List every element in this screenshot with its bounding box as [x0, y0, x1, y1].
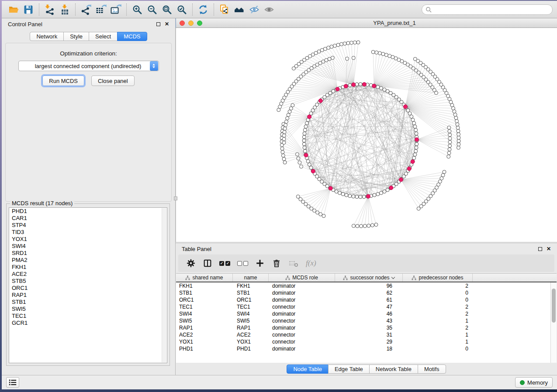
import-network-icon[interactable] [42, 3, 57, 17]
import-table-icon[interactable] [57, 3, 72, 17]
table-panel-header: Table Panel ✕ [176, 244, 557, 254]
search-input[interactable] [434, 7, 549, 13]
mcds-result-item[interactable]: RAP1 [9, 292, 167, 299]
zoom-in-icon[interactable] [130, 3, 145, 17]
column-header-name[interactable]: name [233, 274, 269, 282]
status-bar: Memory [2, 375, 557, 389]
main-toolbar [2, 1, 557, 18]
delete-table-icon [288, 258, 299, 268]
close-table-panel-icon[interactable]: ✕ [547, 246, 551, 251]
tab-node-table[interactable]: Node Table [287, 364, 329, 374]
network-view-window: YPA_prune.txt_1 [176, 18, 557, 244]
tab-style[interactable]: Style [63, 32, 89, 41]
tab-motifs[interactable]: Motifs [418, 364, 446, 374]
mcds-result-item[interactable]: PMA2 [9, 257, 167, 264]
mcds-result-item[interactable]: ACE2 [9, 271, 167, 278]
mcds-result-item[interactable]: SWI5 [9, 306, 167, 313]
export-image-icon[interactable] [108, 3, 123, 17]
close-panel-icon[interactable]: ✕ [165, 21, 169, 27]
control-panel: Control Panel ✕ NetworkStyleSelectMCDS O… [2, 18, 176, 375]
export-table-icon[interactable] [93, 3, 108, 17]
mcds-result-item[interactable]: YOX1 [9, 236, 167, 243]
task-history-button[interactable] [6, 377, 19, 388]
mcds-result-item[interactable]: STP4 [9, 222, 167, 229]
mcds-result-item[interactable]: PHD1 [9, 208, 167, 215]
float-panel-icon[interactable] [156, 22, 160, 26]
table-row[interactable]: SWI5SWI5connector431 [176, 317, 550, 324]
mcds-result-item[interactable]: ORC1 [9, 285, 167, 292]
show-hidden-icon[interactable] [262, 3, 277, 17]
table-row[interactable]: TEC1TEC1connector472 [176, 303, 550, 310]
control-panel-title: Control Panel [8, 21, 42, 28]
column-namespace-icon [343, 275, 348, 280]
first-neighbors-icon[interactable] [232, 3, 247, 17]
column-header-successor-nodes[interactable]: successor nodes [335, 274, 403, 282]
select-stepper-icon [150, 61, 158, 71]
network-window-title: YPA_prune.txt_1 [176, 20, 557, 26]
delete-column-icon[interactable] [272, 258, 281, 268]
add-column-icon[interactable] [255, 258, 265, 268]
column-header-mcds-role[interactable]: MCDS role [269, 274, 335, 282]
criterion-selected-value: largest connected component (undirected) [19, 63, 150, 69]
mcds-result-item[interactable]: SRD1 [9, 250, 167, 257]
close-panel-button[interactable]: Close panel [91, 76, 135, 86]
mcds-result-item[interactable]: STB5 [9, 278, 167, 285]
memory-status-icon [520, 380, 525, 385]
table-panel-title: Table Panel [182, 246, 211, 252]
table-header-row: shared name name MCDS role successor nod… [176, 274, 557, 282]
mcds-result-item[interactable]: CAR1 [9, 215, 167, 222]
mcds-result-item[interactable]: TID3 [9, 229, 167, 236]
refresh-icon[interactable] [196, 3, 211, 17]
zoom-out-icon[interactable] [145, 3, 159, 17]
mcds-result-item[interactable]: SWI4 [9, 243, 167, 250]
criterion-select[interactable]: largest connected component (undirected) [18, 61, 159, 71]
select-all-icon[interactable]: ✓✓ [219, 261, 230, 266]
column-header-predecessor-nodes[interactable]: predecessor nodes [403, 274, 473, 282]
export-network-icon[interactable] [79, 3, 93, 17]
float-table-panel-icon[interactable] [538, 247, 542, 251]
control-panel-header: Control Panel ✕ [2, 18, 175, 30]
tab-network[interactable]: Network [30, 32, 64, 41]
mcds-result-item[interactable]: STB1 [9, 299, 167, 306]
search-field[interactable] [422, 4, 553, 15]
network-graph [176, 28, 554, 242]
open-folder-icon[interactable] [6, 3, 21, 17]
mcds-result-list: PHD1CAR1STP4TID3YOX1SWI4SRD1PMA2FKH1ACE2… [9, 207, 167, 363]
table-row[interactable]: STB1STB1dominator620 [176, 289, 550, 296]
hide-selected-icon[interactable] [247, 3, 262, 17]
column-panel-icon[interactable] [203, 258, 212, 268]
search-icon [426, 7, 432, 13]
panel-splitter-handle[interactable] [174, 196, 177, 200]
tab-select[interactable]: Select [89, 32, 118, 41]
table-row[interactable]: YOX1YOX1connector291 [176, 338, 550, 345]
tab-network-table[interactable]: Network Table [369, 364, 418, 374]
save-icon[interactable] [21, 3, 36, 17]
zoom-fit-icon[interactable] [159, 3, 174, 17]
zoom-selected-icon[interactable] [174, 3, 189, 17]
memory-button[interactable]: Memory [515, 377, 553, 388]
table-row[interactable]: PHD1PHD1dominator180 [176, 345, 550, 352]
new-network-from-selection-icon[interactable] [217, 3, 232, 17]
mcds-result-item[interactable]: GCR1 [9, 320, 167, 327]
tab-edge-table[interactable]: Edge Table [328, 364, 370, 374]
table-row[interactable]: FKH1FKH1dominator962 [176, 282, 550, 289]
toolbar-separator [214, 3, 214, 16]
column-namespace-icon [412, 275, 416, 280]
run-mcds-button[interactable]: Run MCDS [42, 76, 84, 86]
column-header-shared-name[interactable]: shared name [176, 274, 233, 282]
mcds-result-item[interactable]: TEC1 [9, 313, 167, 320]
deselect-all-icon[interactable] [237, 261, 248, 266]
network-canvas[interactable] [176, 28, 557, 242]
node-table: shared name name MCDS role successor nod… [176, 273, 557, 363]
table-row[interactable]: RAP1RAP1dominator352 [176, 324, 550, 331]
mcds-result-item[interactable]: FKH1 [9, 264, 167, 271]
gear-icon[interactable] [186, 258, 196, 268]
table-scrollbar-thumb[interactable] [552, 289, 556, 323]
table-scrollbar[interactable] [550, 282, 557, 363]
table-row[interactable]: SWI4SWI4dominator462 [176, 310, 550, 317]
column-header-filler [473, 274, 557, 282]
mcds-list-scrollbar[interactable] [162, 208, 166, 362]
table-row[interactable]: ACE2ACE2connector311 [176, 331, 550, 338]
tab-mcds[interactable]: MCDS [117, 32, 147, 41]
table-row[interactable]: ORC1ORC1dominator610 [176, 296, 550, 303]
